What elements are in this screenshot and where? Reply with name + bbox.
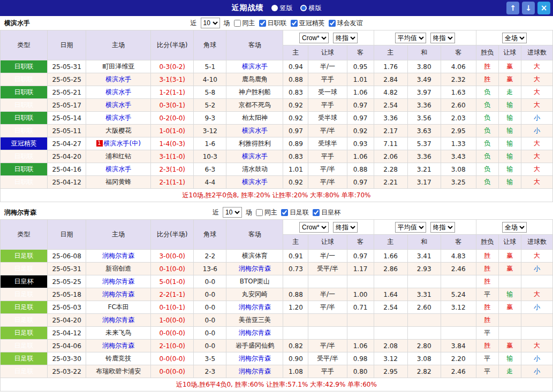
team-link[interactable]: 润梅尔青森 bbox=[239, 355, 271, 362]
team-link[interactable]: 润梅尔青森 bbox=[102, 278, 134, 285]
away-team[interactable]: 神户胜利船 bbox=[226, 86, 283, 99]
team-link[interactable]: 润梅尔青森 bbox=[102, 252, 134, 259]
away-team[interactable]: 京都不死鸟 bbox=[226, 99, 283, 112]
final-odds-select[interactable]: 终指 bbox=[430, 33, 455, 43]
league-checkbox-input[interactable] bbox=[313, 209, 320, 216]
fulltime-select[interactable]: 全场 bbox=[502, 33, 527, 43]
team-link[interactable]: 横滨水手 bbox=[105, 88, 131, 96]
team-link[interactable]: 布瑞欧碧卡浦安 bbox=[96, 367, 141, 375]
away-team[interactable]: 鹿岛鹿角 bbox=[226, 73, 283, 86]
recent-count-select[interactable]: 10 bbox=[223, 207, 242, 218]
away-team[interactable]: BTOP栗山 bbox=[226, 275, 283, 288]
team-link[interactable]: 横滨水手 bbox=[242, 63, 268, 70]
team-link[interactable]: 美蓓亚三美 bbox=[239, 316, 271, 324]
close-button[interactable]: × bbox=[537, 2, 550, 14]
team-link[interactable]: 浦和红钻 bbox=[105, 152, 131, 160]
league-checkbox-friendly[interactable]: 球会友谊 bbox=[329, 19, 363, 28]
away-team[interactable]: 横滨水手 bbox=[226, 176, 283, 189]
league-checkbox-input[interactable] bbox=[259, 20, 266, 27]
team-link[interactable]: 润梅尔青森 bbox=[239, 265, 271, 272]
league-checkbox-emperors-cup[interactable]: 日皇杯 bbox=[313, 208, 340, 217]
home-team[interactable]: 布瑞欧碧卡浦安 bbox=[86, 365, 151, 378]
same-home-input[interactable] bbox=[256, 209, 263, 216]
same-home-checkbox[interactable]: 同主 bbox=[234, 19, 255, 28]
away-team[interactable]: 润梅尔青森 bbox=[226, 327, 283, 340]
team-link[interactable]: 横滨体育 bbox=[242, 252, 268, 259]
final-odds-select[interactable]: 终指 bbox=[430, 222, 455, 233]
home-team[interactable]: 浦和红钻 bbox=[86, 150, 151, 163]
team-link[interactable]: 横滨水手 bbox=[105, 75, 131, 83]
away-team[interactable]: 清水鼓动 bbox=[226, 163, 283, 176]
home-team[interactable]: 润梅尔青森 bbox=[86, 340, 151, 352]
team-link[interactable]: 新宿创造 bbox=[105, 265, 131, 272]
team-link[interactable]: 岩手盛冈仙鹤 bbox=[236, 342, 274, 349]
away-team[interactable]: 美蓓亚三美 bbox=[226, 314, 283, 327]
home-team[interactable]: 町田泽维亚 bbox=[86, 60, 151, 73]
home-team[interactable]: 新宿创造 bbox=[86, 263, 151, 275]
away-team[interactable]: 丸安冈崎 bbox=[226, 288, 283, 301]
team-link[interactable]: 横滨水手 bbox=[105, 165, 131, 173]
average-select[interactable]: 平均值 bbox=[395, 222, 426, 233]
final-odds-select[interactable]: 终指 bbox=[333, 222, 358, 233]
away-team[interactable]: 横滨水手 bbox=[226, 150, 283, 163]
away-team[interactable]: 润梅尔青森 bbox=[226, 365, 283, 378]
final-odds-select[interactable]: 终指 bbox=[333, 33, 358, 43]
average-select[interactable]: 平均值 bbox=[395, 33, 426, 43]
home-team[interactable]: 横滨水手 bbox=[86, 112, 151, 125]
team-link[interactable]: 清水鼓动 bbox=[242, 165, 268, 173]
team-link[interactable]: 润梅尔青森 bbox=[102, 342, 134, 349]
home-team[interactable]: 1横滨水手(中) bbox=[86, 137, 151, 150]
league-checkbox-acl[interactable]: 亚冠精英 bbox=[291, 19, 325, 28]
home-team[interactable]: 润梅尔青森 bbox=[86, 275, 151, 288]
league-checkbox-jleague[interactable]: 日职联 bbox=[259, 19, 287, 28]
team-link[interactable]: 横滨水手 bbox=[242, 178, 268, 186]
radio-vertical-layout[interactable]: 竖版 bbox=[271, 4, 293, 13]
home-team[interactable]: 铃鹿竞技 bbox=[86, 352, 151, 365]
home-team[interactable]: 横滨水手 bbox=[86, 86, 151, 99]
home-team[interactable]: 横滨水手 bbox=[86, 73, 151, 86]
team-link[interactable]: 横滨水手(中) bbox=[104, 140, 141, 147]
team-link[interactable]: 横滨水手 bbox=[105, 114, 131, 121]
same-home-input[interactable] bbox=[234, 20, 241, 27]
home-team[interactable]: 润梅尔青森 bbox=[86, 314, 151, 327]
team-link[interactable]: 神户胜利船 bbox=[239, 88, 271, 96]
home-team[interactable]: 未来飞鸟 bbox=[86, 327, 151, 340]
team-link[interactable]: 丸安冈崎 bbox=[242, 290, 268, 298]
recent-count-select[interactable]: 10 bbox=[201, 18, 220, 28]
team-link[interactable]: 大阪樱花 bbox=[105, 127, 131, 134]
home-team[interactable]: 横滨水手 bbox=[86, 163, 151, 176]
team-link[interactable]: 町田泽维亚 bbox=[102, 63, 134, 70]
team-link[interactable]: 未来飞鸟 bbox=[105, 329, 131, 336]
team-link[interactable]: 润梅尔青森 bbox=[239, 303, 271, 311]
team-link[interactable]: 利雅得胜利 bbox=[239, 140, 271, 147]
team-link[interactable]: 铃鹿竞技 bbox=[105, 355, 131, 362]
scroll-down-button[interactable]: ↓ bbox=[522, 2, 535, 14]
away-team[interactable]: 横滨体育 bbox=[226, 250, 283, 263]
scroll-up-button[interactable]: ↑ bbox=[506, 2, 519, 14]
team-link[interactable]: 京都不死鸟 bbox=[239, 101, 271, 109]
home-team[interactable]: 横滨水手 bbox=[86, 99, 151, 112]
league-checkbox-input[interactable] bbox=[281, 209, 288, 216]
home-team[interactable]: 大阪樱花 bbox=[86, 125, 151, 137]
league-checkbox-input[interactable] bbox=[291, 20, 298, 27]
home-team[interactable]: 润梅尔青森 bbox=[86, 288, 151, 301]
team-link[interactable]: 鹿岛鹿角 bbox=[242, 75, 268, 83]
same-home-checkbox[interactable]: 同主 bbox=[256, 208, 277, 217]
team-link[interactable]: 润梅尔青森 bbox=[239, 367, 271, 375]
away-team[interactable]: 利雅得胜利 bbox=[226, 137, 283, 150]
radio-horizontal-layout[interactable]: 横版 bbox=[300, 4, 322, 13]
away-team[interactable]: 润梅尔青森 bbox=[226, 263, 283, 275]
team-link[interactable]: 横滨水手 bbox=[242, 127, 268, 134]
league-checkbox-jfl[interactable]: 日足联 bbox=[281, 208, 309, 217]
away-team[interactable]: 岩手盛冈仙鹤 bbox=[226, 340, 283, 352]
team-link[interactable]: 润梅尔青森 bbox=[102, 316, 134, 324]
home-team[interactable]: FC本田 bbox=[86, 301, 151, 314]
team-link[interactable]: BTOP栗山 bbox=[240, 278, 270, 285]
home-team[interactable]: 润梅尔青森 bbox=[86, 250, 151, 263]
fulltime-select[interactable]: 全场 bbox=[502, 222, 527, 233]
away-team[interactable]: 横滨水手 bbox=[226, 125, 283, 137]
bookmaker-select[interactable]: Crow* bbox=[299, 222, 329, 233]
away-team[interactable]: 横滨水手 bbox=[226, 60, 283, 73]
team-link[interactable]: 横滨水手 bbox=[242, 152, 268, 160]
home-team[interactable]: 福冈黄蜂 bbox=[86, 176, 151, 189]
